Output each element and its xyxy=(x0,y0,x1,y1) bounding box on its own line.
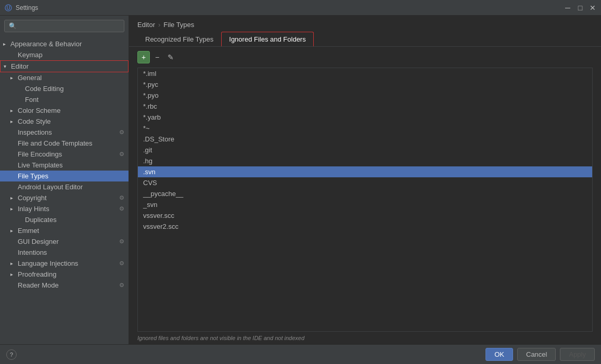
sidebar: 🔍 ▸Appearance & BehaviorKeymap▾Editor▸Ge… xyxy=(0,16,129,344)
sidebar-item-live-templates[interactable]: Live Templates xyxy=(0,160,129,171)
main-area: 🔍 ▸Appearance & BehaviorKeymap▾Editor▸Ge… xyxy=(0,16,601,344)
apply-button[interactable]: Apply xyxy=(560,348,595,361)
file-item-vssver2[interactable]: vssver2.scc xyxy=(138,221,592,232)
sidebar-list: ▸Appearance & BehaviorKeymap▾Editor▸Gene… xyxy=(0,36,129,344)
title-bar: U Settings ─ □ ✕ xyxy=(0,0,601,16)
file-item-pycache[interactable]: __pycache__ xyxy=(138,188,592,199)
sidebar-item-label-emmet: Emmet xyxy=(18,227,39,235)
file-item-pyo[interactable]: *.pyo xyxy=(138,90,592,101)
settings-icon-inlay-hints: ⚙ xyxy=(119,205,124,212)
file-item-pyc[interactable]: *.pyc xyxy=(138,79,592,90)
file-item-tilde[interactable]: *~ xyxy=(138,123,592,134)
sidebar-item-font[interactable]: Font xyxy=(0,94,129,105)
ok-button[interactable]: OK xyxy=(485,348,513,361)
add-button[interactable]: + xyxy=(137,51,150,63)
content-panel: Editor › File Types Recognized File Type… xyxy=(129,16,601,344)
toolbar: + − ✎ xyxy=(129,47,601,68)
cancel-button[interactable]: Cancel xyxy=(517,348,556,361)
sidebar-item-label-code-style: Code Style xyxy=(18,118,51,125)
sidebar-item-label-font: Font xyxy=(25,96,39,103)
expand-arrow-general: ▸ xyxy=(10,75,18,81)
status-message: Ignored files and folders are not visibl… xyxy=(129,332,601,344)
settings-icon-inspections: ⚙ xyxy=(119,129,124,136)
sidebar-item-inlay-hints[interactable]: ▸Inlay Hints⚙ xyxy=(0,203,129,214)
sidebar-item-duplicates[interactable]: Duplicates xyxy=(0,214,129,225)
sidebar-item-label-file-and-code-templates: File and Code Templates xyxy=(18,139,93,147)
sidebar-item-label-inspections: Inspections xyxy=(18,128,52,136)
minimize-button[interactable]: ─ xyxy=(564,4,572,12)
sidebar-item-label-file-types: File Types xyxy=(18,172,48,180)
sidebar-item-file-encodings[interactable]: File Encodings⚙ xyxy=(0,149,129,160)
sidebar-item-reader-mode[interactable]: Reader Mode⚙ xyxy=(0,280,129,291)
sidebar-item-proofreading[interactable]: ▸Proofreading xyxy=(0,269,129,280)
settings-icon-reader-mode: ⚙ xyxy=(119,282,124,289)
expand-arrow-code-style: ▸ xyxy=(10,119,18,124)
sidebar-item-label-color-scheme: Color Scheme xyxy=(18,107,60,114)
tab-recognized[interactable]: Recognized File Types xyxy=(137,32,221,46)
sidebar-item-language-injections[interactable]: ▸Language Injections⚙ xyxy=(0,258,129,269)
close-button[interactable]: ✕ xyxy=(589,4,597,12)
sidebar-item-editor[interactable]: ▾Editor xyxy=(0,60,129,72)
help-button[interactable]: ? xyxy=(6,349,17,360)
search-box[interactable]: 🔍 xyxy=(4,20,124,32)
file-item-vssver[interactable]: vssver.scc xyxy=(138,210,592,221)
sidebar-item-file-and-code-templates[interactable]: File and Code Templates xyxy=(0,138,129,149)
file-item-rbc[interactable]: *.rbc xyxy=(138,101,592,112)
app-icon: U xyxy=(4,4,12,12)
bottom-bar: ? OK Cancel Apply xyxy=(0,344,601,364)
search-input[interactable] xyxy=(20,22,120,30)
file-item-svn[interactable]: .svn xyxy=(138,166,592,177)
expand-arrow-emmet: ▸ xyxy=(10,228,18,233)
file-item-_svn[interactable]: _svn xyxy=(138,199,592,210)
svg-text:U: U xyxy=(6,5,10,11)
maximize-button[interactable]: □ xyxy=(576,4,584,12)
sidebar-item-label-android-layout-editor: Android Layout Editor xyxy=(18,183,83,191)
sidebar-item-appearance[interactable]: ▸Appearance & Behavior xyxy=(0,38,129,49)
sidebar-item-code-style[interactable]: ▸Code Style xyxy=(0,116,129,127)
sidebar-item-label-keymap: Keymap xyxy=(18,51,43,59)
sidebar-item-label-gui-designer: GUI Designer xyxy=(18,238,59,245)
sidebar-item-general[interactable]: ▸General xyxy=(0,72,129,83)
sidebar-item-intentions[interactable]: Intentions xyxy=(0,247,129,258)
breadcrumb-part1: Editor xyxy=(137,21,155,29)
sidebar-item-label-inlay-hints: Inlay Hints xyxy=(18,205,49,213)
settings-icon-copyright: ⚙ xyxy=(119,194,124,201)
window-title: Settings xyxy=(16,4,564,11)
sidebar-item-label-language-injections: Language Injections xyxy=(18,259,78,267)
sidebar-item-emmet[interactable]: ▸Emmet xyxy=(0,225,129,236)
sidebar-item-copyright[interactable]: ▸Copyright⚙ xyxy=(0,192,129,203)
expand-arrow-proofreading: ▸ xyxy=(10,271,18,277)
sidebar-item-label-code-editing: Code Editing xyxy=(25,85,63,93)
expand-arrow-appearance: ▸ xyxy=(3,41,10,47)
sidebar-item-label-reader-mode: Reader Mode xyxy=(18,281,59,289)
breadcrumb-separator: › xyxy=(158,21,160,29)
file-item-iml[interactable]: *.iml xyxy=(138,68,592,79)
file-item-hg[interactable]: .hg xyxy=(138,155,592,166)
settings-icon-gui-designer: ⚙ xyxy=(119,238,124,245)
sidebar-item-label-file-encodings: File Encodings xyxy=(18,150,62,158)
breadcrumb: Editor › File Types xyxy=(129,16,601,32)
sidebar-item-file-types[interactable]: File Types xyxy=(0,171,129,181)
sidebar-item-label-intentions: Intentions xyxy=(18,249,47,256)
search-icon: 🔍 xyxy=(9,22,17,30)
tab-bar: Recognized File TypesIgnored Files and F… xyxy=(129,32,601,47)
file-item-cvs[interactable]: CVS xyxy=(138,177,592,188)
remove-button[interactable]: − xyxy=(151,51,163,63)
sidebar-item-android-layout-editor[interactable]: Android Layout Editor xyxy=(0,181,129,192)
window-controls: ─ □ ✕ xyxy=(564,4,597,12)
expand-arrow-inlay-hints: ▸ xyxy=(10,206,18,212)
sidebar-item-gui-designer[interactable]: GUI Designer⚙ xyxy=(0,236,129,247)
file-item-ds-store[interactable]: .DS_Store xyxy=(138,134,592,145)
expand-arrow-language-injections: ▸ xyxy=(10,261,18,266)
sidebar-item-color-scheme[interactable]: ▸Color Scheme xyxy=(0,105,129,116)
settings-icon-file-encodings: ⚙ xyxy=(119,151,124,158)
file-item-yarb[interactable]: *.yarb xyxy=(138,112,592,123)
edit-button[interactable]: ✎ xyxy=(164,51,177,63)
sidebar-item-keymap[interactable]: Keymap xyxy=(0,49,129,60)
tab-ignored[interactable]: Ignored Files and Folders xyxy=(221,32,313,46)
sidebar-item-code-editing[interactable]: Code Editing xyxy=(0,83,129,94)
settings-icon-language-injections: ⚙ xyxy=(119,260,124,267)
sidebar-item-inspections[interactable]: Inspections⚙ xyxy=(0,127,129,138)
expand-arrow-editor: ▾ xyxy=(4,63,11,69)
file-item-git[interactable]: .git xyxy=(138,145,592,155)
